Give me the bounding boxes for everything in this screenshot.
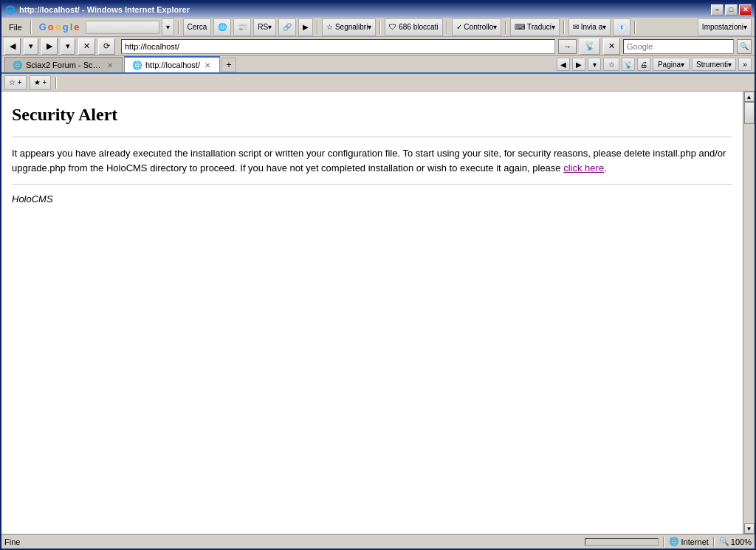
favorites-button[interactable]: ★ + (30, 75, 52, 90)
address-bar: ◀ ▾ ▶ ▾ ✕ ⟳ → 📡 ✕ 🔍 (1, 37, 755, 56)
page-body-text: It appears you have already executed the… (12, 146, 732, 175)
close-button[interactable]: ✕ (739, 4, 752, 16)
tab-extra[interactable]: » (738, 58, 752, 71)
tab-expand[interactable]: ☆ (603, 58, 619, 71)
search-input[interactable] (623, 39, 734, 54)
tab-nav-left[interactable]: ◀ (557, 58, 570, 71)
tab-label-1: Sciax2 Forum - Scrivi una nu... (26, 61, 103, 69)
page-footer: HoloCMS (12, 193, 732, 204)
page-title: Security Alert (12, 105, 732, 125)
tab-localhost[interactable]: 🌐 http://localhost/ ✕ (124, 56, 220, 72)
status-zone: 🌐 Internet (669, 537, 709, 546)
zone-label: Internet (681, 537, 709, 546)
tab-pagina[interactable]: Pagina▾ (653, 58, 690, 71)
favorites-bar: ☆ + ★ + (1, 74, 755, 92)
add-favorites-button[interactable]: ☆ + (4, 75, 27, 90)
page-divider-bottom (12, 184, 732, 185)
tab-strumenti[interactable]: Strumenti▾ (692, 58, 736, 71)
cerca-button[interactable]: Cerca (183, 18, 212, 36)
segnalibri-btn[interactable]: ☆ Segnalibri▾ (322, 18, 376, 36)
status-bar: Fine 🌐 Internet 🔍 100% (1, 534, 755, 549)
click-here-link[interactable]: click here (563, 162, 604, 173)
blocked-btn[interactable]: 🛡 686 bloccati (385, 18, 442, 36)
tab-nav-list[interactable]: ▾ (588, 58, 601, 71)
tab-print[interactable]: 🖨 (637, 58, 650, 71)
page-divider-top (12, 137, 732, 137)
tab-bar: 🌐 Sciax2 Forum - Scrivi una nu... ✕ 🌐 ht… (1, 56, 755, 74)
scroll-track (744, 102, 755, 523)
extra-btn[interactable]: ▶ (298, 18, 313, 36)
tab-rss[interactable]: 📡 (622, 58, 635, 71)
back-dropdown-button[interactable]: ▾ (24, 38, 38, 55)
forward-button[interactable]: ▶ (41, 38, 58, 55)
status-zoom[interactable]: 🔍 100% (719, 537, 752, 546)
minimize-button[interactable]: – (711, 4, 724, 16)
tab-label-2: http://localhost/ (145, 61, 200, 69)
tab-add-button[interactable]: + (221, 58, 236, 72)
search-button[interactable]: 🔍 (737, 39, 752, 54)
toolbar-sep-3 (317, 21, 318, 34)
window-controls: – □ ✕ (711, 4, 752, 16)
traduci-btn[interactable]: ⌨ Traduci▾ (510, 18, 560, 36)
zone-icon: 🌐 (669, 537, 679, 546)
address-input[interactable] (121, 39, 555, 54)
google-toolbar: File Google ▾ Cerca 🌐 📰 RS▾ 🔗 ▶ ☆ Segnal… (1, 18, 755, 37)
status-sep-2 (713, 537, 715, 547)
google-search-input[interactable] (86, 21, 159, 34)
tab-icon-1: 🌐 (13, 61, 23, 70)
tab-sciax2[interactable]: 🌐 Sciax2 Forum - Scrivi una nu... ✕ (4, 57, 123, 72)
tab-close-2[interactable]: ✕ (203, 61, 212, 69)
refresh-button[interactable]: ⟳ (98, 38, 115, 55)
scroll-up-button[interactable]: ▲ (744, 92, 755, 102)
menu-file[interactable]: File (4, 21, 27, 33)
forward-dropdown-button[interactable]: ▾ (61, 38, 75, 55)
mail-icon[interactable]: 📧 (613, 18, 630, 36)
vertical-scrollbar: ▲ ▼ (743, 92, 755, 534)
zoom-icon: 🔍 (719, 537, 729, 546)
toolbar-sep-5 (447, 21, 448, 34)
stop-x-button[interactable]: ✕ (603, 38, 620, 55)
rss-button[interactable]: 📡 (580, 38, 600, 55)
rs-button[interactable]: RS▾ (253, 18, 276, 36)
toolbar-sep-6 (505, 21, 506, 34)
progress-bar (585, 538, 659, 546)
browser-icon: 🌐 (4, 4, 16, 16)
status-text: Fine (4, 537, 582, 546)
impostazioni-btn[interactable]: Impostazioni▾ (698, 18, 752, 36)
google-dropdown[interactable]: ▾ (162, 18, 174, 36)
title-bar: 🌐 http://localhost/ - Windows Internet E… (1, 1, 755, 18)
scroll-thumb[interactable] (744, 102, 755, 124)
controllo-btn[interactable]: ✓ Controllo▾ (452, 18, 502, 36)
fav-sep (55, 77, 57, 89)
tab-nav-right[interactable]: ▶ (572, 58, 585, 71)
maximize-button[interactable]: □ (725, 4, 738, 16)
back-button[interactable]: ◀ (4, 38, 21, 55)
main-area: Security Alert It appears you have alrea… (1, 92, 755, 534)
invia-btn[interactable]: ✉ Invia a▾ (568, 18, 611, 36)
toolbar-sep-8 (634, 21, 636, 34)
toolbar-sep-7 (563, 21, 565, 34)
toolbar-sep-4 (379, 21, 381, 34)
window-title: http://localhost/ - Windows Internet Exp… (19, 5, 711, 14)
web-btn[interactable]: 🌐 (213, 18, 231, 36)
news-btn[interactable]: 📰 (233, 18, 251, 36)
share-btn[interactable]: 🔗 (278, 18, 296, 36)
toolbar-sep-1 (30, 21, 32, 34)
page-body-before-link: It appears you have already executed the… (12, 148, 726, 173)
zoom-label: 100% (731, 537, 752, 546)
scroll-down-button[interactable]: ▼ (744, 523, 755, 534)
status-sep-1 (663, 537, 664, 547)
toolbar-sep-2 (178, 21, 179, 34)
go-button[interactable]: → (558, 39, 577, 54)
content-area: Security Alert It appears you have alrea… (1, 92, 743, 534)
tab-icon-2: 🌐 (132, 61, 142, 70)
stop-button[interactable]: ✕ (78, 38, 95, 55)
tab-close-1[interactable]: ✕ (106, 61, 114, 69)
google-label: Google (35, 18, 83, 36)
tab-nav-controls: ◀ ▶ ▾ ☆ 📡 🖨 Pagina▾ Strumenti▾ » (557, 58, 752, 72)
